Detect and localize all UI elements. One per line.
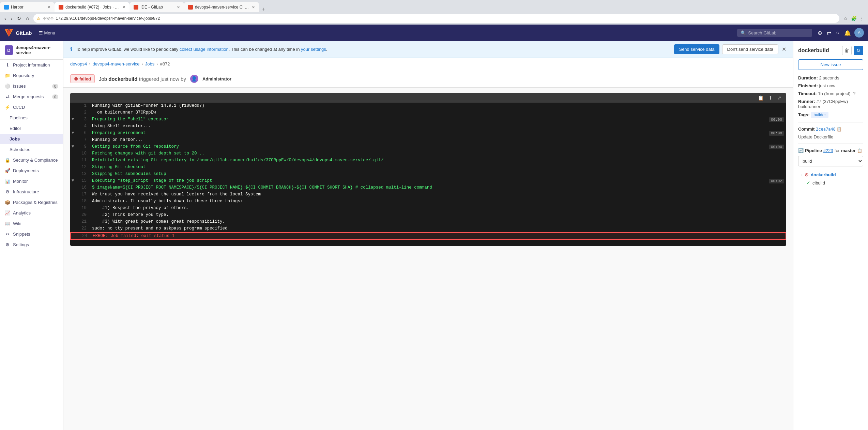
home-button[interactable]: ⌂	[24, 15, 30, 22]
forward-button[interactable]: ›	[9, 15, 14, 22]
breadcrumb-current: #872	[160, 61, 170, 66]
tab-close-dockerbuild[interactable]: ✕	[122, 5, 125, 10]
issues-icon-button[interactable]: ○	[835, 28, 841, 37]
breadcrumb-devops4[interactable]: devops4	[70, 61, 87, 66]
pipeline-job-name-dockerbuild[interactable]: dockerbuild	[811, 172, 836, 177]
dont-send-button[interactable]: Don't send service data	[722, 44, 778, 54]
hamburger-icon: ☰	[39, 30, 43, 35]
tab-bar: Harbor ✕ dockerbuild (#872) · Jobs · de.…	[0, 0, 868, 12]
gitlab-logo: GitLab	[4, 28, 32, 38]
sidebar-item-label: Project information	[13, 62, 50, 68]
sidebar-item-wiki[interactable]: 📖 Wiki	[0, 218, 63, 229]
project-name: devops4-maven-service	[16, 45, 58, 55]
send-service-data-button[interactable]: Send service data	[674, 44, 719, 54]
tab-close-ci[interactable]: ✕	[252, 5, 255, 10]
cicd-icon: ⚡	[5, 105, 10, 110]
terminal-fullscreen-button[interactable]: ⤢	[776, 94, 783, 101]
sidebar-item-packages[interactable]: 📦 Packages & Registries	[0, 197, 63, 208]
new-tab-button[interactable]: +	[259, 6, 268, 12]
your-settings-link[interactable]: your settings	[301, 47, 326, 52]
collect-usage-link[interactable]: collect usage information	[180, 47, 229, 52]
sidebar-item-settings[interactable]: ⚙ Settings	[0, 239, 63, 250]
tab-label-dockerbuild: dockerbuild (#872) · Jobs · de...	[65, 5, 120, 10]
tab-close-ide[interactable]: ✕	[177, 5, 180, 10]
terminal-copy-button[interactable]: 📋	[757, 94, 765, 101]
extensions-icon[interactable]: 🧩	[850, 15, 857, 22]
new-item-button[interactable]: ⊕	[816, 28, 823, 38]
stage-select[interactable]: build	[798, 156, 863, 166]
sidebar-item-label: Snippets	[13, 232, 30, 237]
reload-button[interactable]: ↻	[15, 15, 23, 22]
back-button[interactable]: ‹	[3, 15, 8, 22]
retry-job-button[interactable]: ↻	[854, 46, 863, 55]
breadcrumb-service[interactable]: devops4-maven-service	[93, 61, 140, 66]
sidebar-item-monitor[interactable]: 📊 Monitor	[0, 176, 63, 187]
commit-id[interactable]: 2cea7a48	[816, 127, 836, 132]
sidebar-item-jobs[interactable]: Jobs	[0, 134, 63, 144]
tab-ci[interactable]: devops4-maven-service CI 2c... ✕	[184, 2, 259, 12]
pipeline-branch: master	[841, 148, 856, 153]
breadcrumb-jobs[interactable]: Jobs	[145, 61, 154, 66]
terminal-line: 10 Fetching changes with git depth set t…	[70, 150, 786, 157]
breadcrumb-sep-3: ›	[156, 61, 158, 66]
pipeline-job-cibuild: ✓ cibuild	[798, 179, 863, 187]
fold-arrow-15[interactable]: ▼	[70, 178, 76, 184]
fold-arrow-6[interactable]: ▼	[70, 130, 76, 136]
menu-icon[interactable]: ⋮	[858, 15, 865, 22]
top-nav: GitLab ☰ Menu 🔍 ⊕ ⇄ ○ 🔔 A	[0, 25, 868, 41]
pipeline-job-name-cibuild[interactable]: cibuild	[812, 180, 825, 186]
search-input[interactable]	[748, 30, 803, 35]
new-issue-button[interactable]: New issue	[798, 59, 863, 70]
gitlab-logo-icon	[4, 28, 14, 38]
notifications-button[interactable]: 🔔	[843, 28, 852, 38]
sidebar-item-schedules[interactable]: Schedules	[0, 144, 63, 155]
sidebar-item-issues[interactable]: ⚪ Issues 0	[0, 81, 63, 91]
status-badge-failed: ⊗ failed	[70, 74, 95, 83]
tab-label-harbor: Harbor	[11, 5, 45, 10]
copy-commit-icon[interactable]: 📋	[837, 127, 842, 132]
pipeline-link[interactable]: #223	[823, 148, 833, 153]
sidebar-item-snippets[interactable]: ✂ Snippets	[0, 229, 63, 239]
delete-job-button[interactable]: 🗑	[842, 46, 852, 55]
terminal-error-line: 24 ERROR: Job failed: exit status 1	[70, 232, 786, 240]
breadcrumb: devops4 › devops4-maven-service › Jobs ›…	[63, 58, 793, 70]
meta-commit-msg: Update Dockerfile	[798, 134, 863, 139]
address-text[interactable]: 172.29.9.101/devops4/devops4-maven-servi…	[56, 16, 836, 21]
sidebar-item-label: Editor	[10, 126, 21, 131]
sidebar-item-pipelines[interactable]: Pipelines	[0, 113, 63, 123]
sidebar-item-infrastructure[interactable]: ⚙ Infrastructure	[0, 187, 63, 197]
tab-harbor[interactable]: Harbor ✕	[0, 2, 55, 12]
sidebar-item-project-information[interactable]: ℹ Project information	[0, 60, 63, 70]
terminal-line-section: ▼ 15 Executing "step_script" stage of th…	[70, 178, 786, 184]
sidebar-item-security[interactable]: 🔒 Security & Compliance	[0, 155, 63, 165]
sidebar-item-editor[interactable]: Editor	[0, 123, 63, 134]
user-job-avatar: 👤	[190, 75, 198, 83]
merge-requests-icon-button[interactable]: ⇄	[825, 28, 833, 38]
project-avatar: D	[5, 45, 13, 55]
search-box[interactable]: 🔍	[737, 29, 812, 37]
meta-finished: Finished: just now	[798, 83, 863, 88]
sidebar-item-repository[interactable]: 📁 Repository	[0, 70, 63, 81]
terminal-line: 11 Reinitialized existing Git repository…	[70, 157, 786, 164]
tab-dockerbuild[interactable]: dockerbuild (#872) · Jobs · de... ✕	[55, 2, 130, 12]
banner-close-button[interactable]: ✕	[782, 46, 786, 53]
sidebar-item-analytics[interactable]: 📈 Analytics	[0, 208, 63, 218]
copy-pipeline-icon[interactable]: 📋	[857, 148, 862, 153]
fold-arrow-3[interactable]: ▼	[70, 116, 76, 122]
menu-button[interactable]: ☰ Menu	[36, 29, 58, 37]
timeout-help-icon[interactable]: ?	[853, 91, 855, 96]
fold-arrow-9[interactable]: ▼	[70, 144, 76, 150]
sidebar-item-label: Schedules	[10, 147, 30, 152]
terminal-expand-button[interactable]: ⬆	[767, 94, 774, 101]
infrastructure-icon: ⚙	[5, 189, 10, 194]
sidebar-item-label: Merge requests	[13, 94, 44, 99]
sidebar-item-label: Repository	[13, 73, 34, 78]
sidebar-item-deployments[interactable]: 🚀 Deployments	[0, 165, 63, 176]
tab-ide[interactable]: IDE - GitLab ✕	[130, 2, 184, 12]
tab-close-harbor[interactable]: ✕	[47, 5, 50, 10]
sidebar-item-merge-requests[interactable]: ⇄ Merge requests 0	[0, 91, 63, 102]
bookmark-icon[interactable]: ☆	[842, 15, 849, 22]
sidebar-item-cicd[interactable]: ⚡ CI/CD	[0, 102, 63, 113]
user-avatar[interactable]: A	[854, 28, 864, 38]
sidebar-item-label: Security & Compliance	[13, 158, 58, 163]
